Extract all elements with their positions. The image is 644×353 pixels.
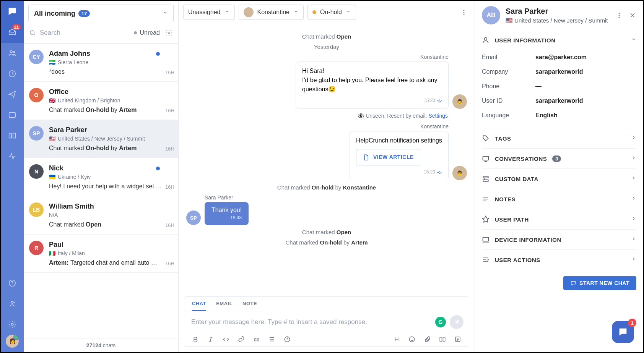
section-tags[interactable]: TAGS: [482, 128, 636, 148]
gear-icon[interactable]: [165, 29, 173, 37]
kb-icon[interactable]: [439, 336, 446, 343]
nav-kb[interactable]: [1, 125, 24, 146]
svg-point-13: [409, 337, 415, 342]
unseen-settings-link[interactable]: Settings: [428, 113, 448, 119]
conv-location: 🇮🇹Italy / Milan: [49, 250, 162, 256]
conversation-item[interactable]: CYAdam Johns🇸🇱Sierra Leone*does16H: [24, 44, 178, 82]
conv-time: 16H: [165, 184, 174, 190]
conversation-list[interactable]: CYAdam Johns🇸🇱Sierra Leone*does16HOOffic…: [24, 44, 178, 338]
attachment-icon[interactable]: [424, 336, 431, 343]
conv-icon: [482, 155, 490, 162]
section-notes[interactable]: NOTES: [482, 189, 636, 209]
chevron-right-icon: [631, 135, 636, 142]
view-article-button[interactable]: VIEW ARTICLE: [356, 149, 420, 165]
search-input[interactable]: [36, 29, 134, 37]
details-header: AB Sara Parker 🇺🇸 United States / New Je…: [482, 6, 636, 30]
assign-dropdown[interactable]: Unassigned: [183, 5, 235, 20]
agent-dropdown[interactable]: Konstantine: [239, 5, 304, 20]
conv-name: Nick: [49, 164, 63, 172]
quote-icon[interactable]: [253, 336, 260, 343]
chevron-down-icon: [293, 9, 299, 16]
conv-preview: Chat marked On-hold by Artem: [49, 107, 162, 113]
floating-chat-button[interactable]: 1: [612, 321, 634, 343]
message-input[interactable]: [190, 314, 435, 330]
avatar: N: [29, 164, 44, 179]
send-button[interactable]: [450, 315, 463, 329]
conv-preview: Chat marked On-hold by Artem: [49, 145, 162, 152]
tab-chat[interactable]: CHAT: [192, 301, 206, 311]
code-icon[interactable]: [223, 336, 229, 343]
svg-point-9: [463, 10, 465, 11]
nav-contacts[interactable]: [1, 43, 24, 63]
saved-response-icon[interactable]: [393, 336, 400, 343]
link-icon[interactable]: [238, 336, 245, 343]
nav-team[interactable]: [1, 293, 24, 314]
section-user actions[interactable]: USER ACTIONS: [482, 250, 636, 270]
section-custom data[interactable]: CUSTOM DATA: [482, 169, 636, 189]
details-panel: AB Sara Parker 🇺🇸 United States / New Je…: [475, 1, 643, 352]
chevron-down-icon: [163, 10, 168, 17]
conv-name: Office: [49, 88, 68, 96]
note-icon[interactable]: [454, 336, 461, 343]
nav-send[interactable]: [1, 84, 24, 105]
agent-avatar-icon: [244, 7, 254, 17]
start-new-chat-button[interactable]: START NEW CHAT: [563, 276, 636, 290]
more-icon[interactable]: [616, 12, 623, 19]
filter-count: 17: [78, 10, 90, 17]
filter-label: All incoming: [34, 10, 75, 18]
chat-body[interactable]: Chat marked Open Yesterday Konstantine H…: [179, 24, 475, 293]
conversation-item[interactable]: OOffice🇬🇧United Kingdom / BrightonChat m…: [24, 82, 178, 120]
info-row: LanguageEnglish: [482, 108, 636, 123]
svg-rect-20: [483, 237, 489, 241]
nav-popup[interactable]: [1, 105, 24, 125]
section-user path[interactable]: USER PATH: [482, 209, 636, 229]
status-dropdown[interactable]: On-hold: [307, 5, 356, 20]
section-user-info[interactable]: USER INFORMATION: [482, 30, 636, 50]
nav-help[interactable]: [1, 273, 24, 293]
conv-location: N/A: [49, 212, 162, 218]
more-icon[interactable]: [458, 6, 470, 18]
tab-email[interactable]: EMAIL: [216, 301, 233, 311]
chevron-right-icon: [631, 175, 636, 182]
current-user-avatar[interactable]: 👩: [6, 335, 19, 348]
emoji-icon[interactable]: [408, 336, 415, 343]
sidebar-nav: 21 👩: [1, 1, 24, 352]
bold-icon[interactable]: [192, 336, 199, 343]
close-icon[interactable]: [629, 11, 636, 19]
chevron-down-icon: [631, 37, 636, 44]
italic-icon[interactable]: [207, 336, 214, 343]
system-line: Chat marked Open: [186, 33, 467, 40]
list-icon[interactable]: [268, 336, 275, 343]
app-logo[interactable]: [1, 1, 24, 22]
conversation-item[interactable]: RPaul🇮🇹Italy / MilanArtem: Targeted chat…: [24, 235, 178, 273]
nav-settings[interactable]: [1, 314, 24, 335]
inbox-filter-dropdown[interactable]: All incoming 17: [28, 5, 174, 22]
grammarly-icon[interactable]: G: [435, 317, 446, 327]
help-icon[interactable]: [284, 336, 291, 343]
info-row: Emailsara@parker.com: [482, 50, 636, 65]
nav-inbox[interactable]: 21: [1, 22, 24, 43]
conv-location: 🇬🇧United Kingdom / Brighton: [49, 97, 162, 104]
svg-rect-19: [483, 156, 489, 160]
user-message: SP Sara Parker Thank you! 18:48: [186, 194, 467, 225]
conversation-item[interactable]: LBWilliam SmithN/AChat marked Open16H: [24, 196, 178, 235]
conv-preview: Chat marked Open: [49, 221, 162, 228]
conv-location: 🇸🇱Sierra Leone: [49, 59, 162, 65]
section-count: 3: [552, 155, 561, 162]
conv-preview: Artem: Targeted chat and email auto …: [49, 259, 162, 266]
section-conversations[interactable]: CONVERSATIONS3: [482, 149, 636, 168]
section-device information[interactable]: DEVICE INFORMATION: [482, 230, 636, 249]
conv-name: Adam Johns: [49, 50, 90, 58]
nav-activity[interactable]: [1, 146, 24, 167]
tab-note[interactable]: NOTE: [242, 301, 257, 311]
nav-history[interactable]: [1, 63, 24, 84]
unread-filter[interactable]: Unread: [134, 29, 160, 36]
conversation-item[interactable]: NNick🇺🇦Ukraine / KyivHey! I need your he…: [24, 158, 178, 196]
conversation-item[interactable]: SPSara Parker🇺🇸United States / New Jerse…: [24, 120, 178, 158]
info-value: —: [535, 83, 542, 90]
chevron-down-icon: [346, 9, 351, 16]
chat-header: Unassigned Konstantine On-hold: [179, 1, 475, 24]
chevron-right-icon: [631, 155, 636, 162]
system-line: Chat marked On-hold by Konstantine: [186, 184, 467, 191]
sender-label: Sara Parker: [205, 194, 249, 201]
